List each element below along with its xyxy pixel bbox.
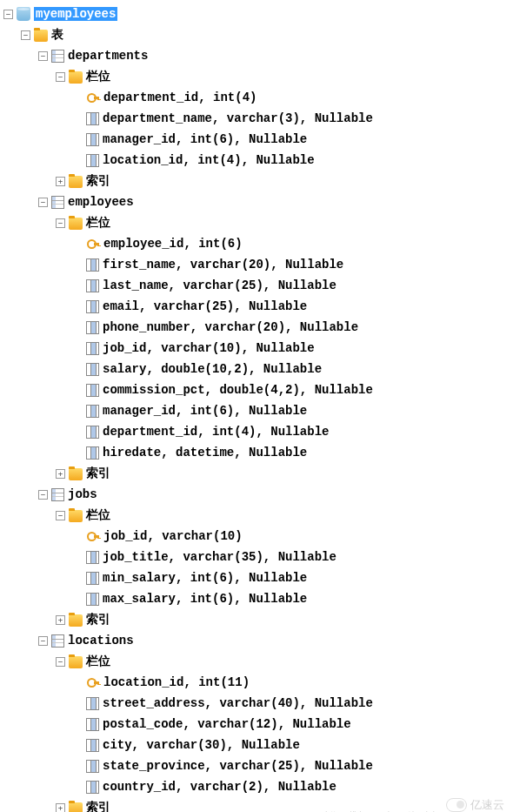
collapse-icon[interactable]	[56, 72, 65, 82]
tree-node-column[interactable]: department_name, varchar(3), Nullable	[3, 108, 510, 129]
column-def: hiredate, datetime, Nullable	[103, 446, 307, 460]
tree-node-column[interactable]: hiredate, datetime, Nullable	[3, 442, 510, 463]
primary-key-icon	[86, 237, 100, 251]
column-def: city, varchar(30), Nullable	[103, 738, 300, 752]
table-label: departments	[68, 49, 148, 63]
collapse-icon[interactable]	[21, 30, 30, 40]
column-def: postal_code, varchar(12), Nullable	[103, 717, 351, 731]
tree-node-index-folder[interactable]: 索引	[3, 463, 510, 484]
tables-folder-label: 表	[51, 27, 63, 43]
collapse-icon[interactable]	[3, 10, 13, 19]
column-icon	[86, 781, 99, 794]
column-def: location_id, int(4), Nullable	[103, 153, 315, 167]
tree-node-columns-folder[interactable]: 栏位	[3, 505, 510, 526]
column-def: country_id, varchar(2), Nullable	[103, 780, 336, 794]
tree-node-column[interactable]: street_address, varchar(40), Nullable	[3, 693, 510, 714]
expand-icon[interactable]	[56, 803, 65, 813]
database-label[interactable]: myemployees	[34, 7, 117, 21]
tree-node-column[interactable]: salary, double(10,2), Nullable	[3, 359, 510, 379]
tree-node-column[interactable]: location_id, int(4), Nullable	[3, 150, 510, 171]
tree-node-column[interactable]: job_id, varchar(10), Nullable	[3, 338, 510, 359]
tree-node-table-employees[interactable]: employees	[3, 191, 510, 212]
tree-node-column[interactable]: state_province, varchar(25), Nullable	[3, 755, 510, 776]
columns-label: 栏位	[86, 215, 110, 231]
column-def: department_id, int(4), Nullable	[103, 425, 329, 439]
tree-node-column[interactable]: min_salary, int(6), Nullable	[3, 567, 510, 588]
tree-node-column[interactable]: job_id, varchar(10)	[3, 526, 510, 547]
collapse-icon[interactable]	[38, 198, 48, 207]
collapse-icon[interactable]	[38, 490, 48, 500]
column-def: state_province, varchar(25), Nullable	[103, 759, 373, 773]
column-icon	[86, 321, 99, 334]
collapse-icon[interactable]	[56, 511, 65, 520]
tree-node-table-departments[interactable]: departments	[3, 45, 510, 66]
column-icon	[86, 405, 99, 418]
column-icon	[86, 697, 99, 710]
tree-node-database[interactable]: myemployees	[3, 3, 510, 24]
tree-node-column[interactable]: max_salary, int(6), Nullable	[3, 588, 510, 609]
column-icon	[86, 739, 99, 752]
index-label: 索引	[86, 466, 110, 481]
tree-node-columns-folder[interactable]: 栏位	[3, 651, 510, 672]
tree-node-index-folder[interactable]: 索引	[3, 171, 510, 191]
collapse-icon[interactable]	[38, 636, 48, 646]
tree-node-column[interactable]: location_id, int(11)	[3, 672, 510, 693]
tree-node-column[interactable]: last_name, varchar(25), Nullable	[3, 275, 510, 296]
columns-label: 栏位	[86, 654, 110, 669]
tree-node-column[interactable]: postal_code, varchar(12), Nullable	[3, 714, 510, 735]
column-icon	[86, 133, 99, 146]
expand-icon[interactable]	[56, 177, 65, 186]
folder-icon	[69, 468, 83, 480]
table-label: locations	[68, 634, 134, 648]
tree-node-columns-folder[interactable]: 栏位	[3, 212, 510, 233]
columns-label: 栏位	[86, 69, 110, 84]
table-label: jobs	[68, 487, 97, 501]
column-def: location_id, int(11)	[103, 675, 250, 689]
tree-node-column[interactable]: department_id, int(4)	[3, 87, 510, 108]
tree-node-index-folder[interactable]: 索引	[3, 609, 510, 630]
tree-node-column[interactable]: manager_id, int(6), Nullable	[3, 400, 510, 421]
column-icon	[86, 593, 99, 606]
index-label: 索引	[86, 800, 110, 812]
column-icon	[86, 426, 99, 439]
column-def: min_salary, int(6), Nullable	[103, 571, 307, 585]
tree-node-column[interactable]: first_name, varchar(20), Nullable	[3, 254, 510, 275]
tree-node-column[interactable]: email, varchar(25), Nullable	[3, 296, 510, 317]
tree-node-column[interactable]: job_title, varchar(35), Nullable	[3, 547, 510, 567]
column-icon	[86, 363, 99, 376]
cloud-icon	[446, 798, 467, 812]
primary-key-icon	[86, 675, 100, 689]
tree-node-table-locations[interactable]: locations	[3, 630, 510, 651]
table-icon	[51, 196, 64, 209]
folder-icon	[69, 614, 83, 627]
primary-key-icon	[86, 529, 100, 543]
folder-icon	[69, 510, 83, 522]
primary-key-icon	[86, 91, 100, 104]
column-icon	[86, 279, 99, 292]
tree-node-column[interactable]: commission_pct, double(4,2), Nullable	[3, 379, 510, 400]
tree-node-column[interactable]: phone_number, varchar(20), Nullable	[3, 317, 510, 338]
column-def: job_id, varchar(10), Nullable	[103, 341, 315, 355]
tree-node-table-jobs[interactable]: jobs	[3, 484, 510, 505]
index-label: 索引	[86, 612, 110, 627]
column-icon	[86, 446, 99, 460]
column-def: manager_id, int(6), Nullable	[103, 132, 307, 146]
collapse-icon[interactable]	[56, 657, 65, 667]
expand-icon[interactable]	[56, 469, 65, 479]
tree-node-column[interactable]: employee_id, int(6)	[3, 233, 510, 254]
collapse-icon[interactable]	[56, 218, 65, 228]
database-icon	[17, 7, 30, 21]
tree-node-column[interactable]: city, varchar(30), Nullable	[3, 735, 510, 755]
column-def: commission_pct, double(4,2), Nullable	[103, 383, 373, 397]
tree-node-column[interactable]: department_id, int(4), Nullable	[3, 421, 510, 442]
tree-node-column[interactable]: country_id, varchar(2), Nullable	[3, 776, 510, 797]
tree-node-tables-folder[interactable]: 表	[3, 24, 510, 45]
expand-icon[interactable]	[56, 615, 65, 625]
column-def: street_address, varchar(40), Nullable	[103, 696, 373, 710]
collapse-icon[interactable]	[38, 51, 48, 61]
column-def: email, varchar(25), Nullable	[103, 299, 307, 313]
column-def: max_salary, int(6), Nullable	[103, 592, 307, 606]
tree-node-column[interactable]: manager_id, int(6), Nullable	[3, 129, 510, 150]
column-icon	[86, 384, 99, 397]
tree-node-columns-folder[interactable]: 栏位	[3, 66, 510, 87]
